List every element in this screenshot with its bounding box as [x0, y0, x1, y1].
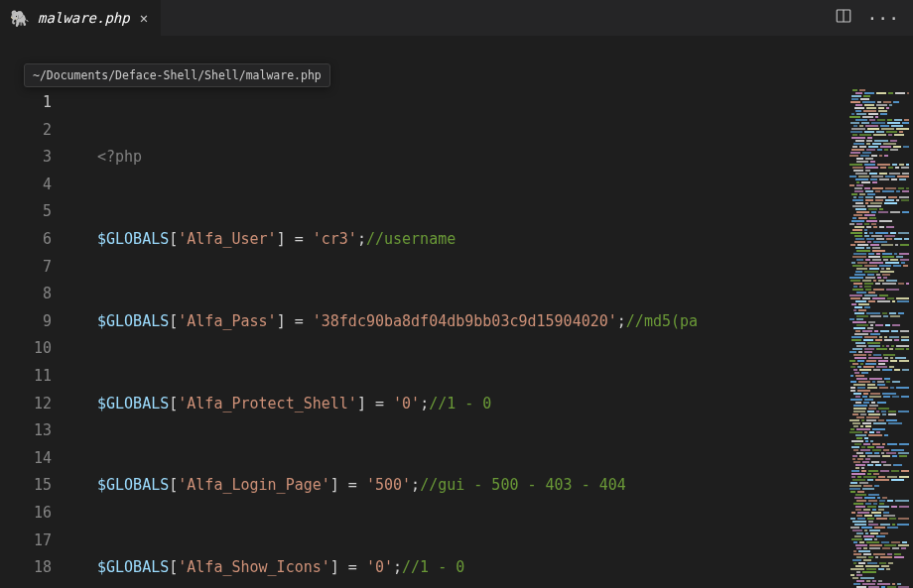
line-number: 6	[0, 226, 69, 254]
line-number: 18	[0, 554, 69, 582]
line-number: 7	[0, 254, 69, 282]
line-number: 10	[0, 335, 69, 363]
editor-actions: ···	[835, 7, 913, 29]
line-number: 4	[0, 172, 69, 199]
code-line: $GLOBALS['Alfa_Protect_Shell'] = '0';//1…	[97, 391, 846, 418]
line-number: 8	[0, 281, 69, 308]
minimap[interactable]	[846, 36, 913, 588]
line-number: 16	[0, 500, 69, 528]
minimap-content	[849, 89, 909, 588]
line-number: 9	[0, 308, 69, 336]
code-line: $GLOBALS['Alfa_User'] = 'cr3';//username	[97, 226, 846, 254]
code-line: $GLOBALS['Alfa_Show_Icons'] = '0';//1 - …	[97, 554, 846, 582]
line-number: 3	[0, 144, 69, 172]
tab-malware-php[interactable]: 🐘 malware.php ✕	[0, 0, 161, 36]
php-file-icon: 🐘	[10, 9, 30, 28]
line-number: 12	[0, 391, 69, 418]
close-icon[interactable]: ✕	[138, 8, 150, 28]
code-line: $GLOBALS['Alfa_Login_Page'] = '500';//gu…	[97, 472, 846, 500]
breadcrumb-path: ~/Documents/Deface-Shell/Shell/malware.p…	[33, 68, 322, 82]
breadcrumb[interactable]: ~/Documents/Deface-Shell/Shell/malware.p…	[24, 63, 330, 87]
line-number: 5	[0, 198, 69, 226]
line-number: 2	[0, 117, 69, 145]
code-area[interactable]: <?php $GLOBALS['Alfa_User'] = 'cr3';//us…	[69, 36, 846, 588]
tab-title: malware.php	[38, 10, 130, 26]
title-bar: 🐘 malware.php ✕ ···	[0, 0, 913, 36]
line-number: 13	[0, 417, 69, 445]
more-actions-icon[interactable]: ···	[866, 8, 899, 29]
line-number: 17	[0, 528, 69, 555]
editor: 1 2 3 4 5 6 7 8 9 10 11 12 13 14 15 16 1…	[0, 36, 913, 588]
line-number: 15	[0, 472, 69, 500]
line-number-gutter[interactable]: 1 2 3 4 5 6 7 8 9 10 11 12 13 14 15 16 1…	[0, 36, 69, 588]
split-editor-icon[interactable]	[835, 7, 852, 29]
code-line: $GLOBALS['Alfa_Pass'] = '38fdc90ba8df04d…	[97, 308, 846, 336]
line-number: 11	[0, 363, 69, 391]
tab-group: 🐘 malware.php ✕	[0, 0, 161, 36]
code-line: <?php	[97, 144, 846, 172]
line-number: 14	[0, 445, 69, 473]
line-number: 1	[0, 89, 69, 117]
